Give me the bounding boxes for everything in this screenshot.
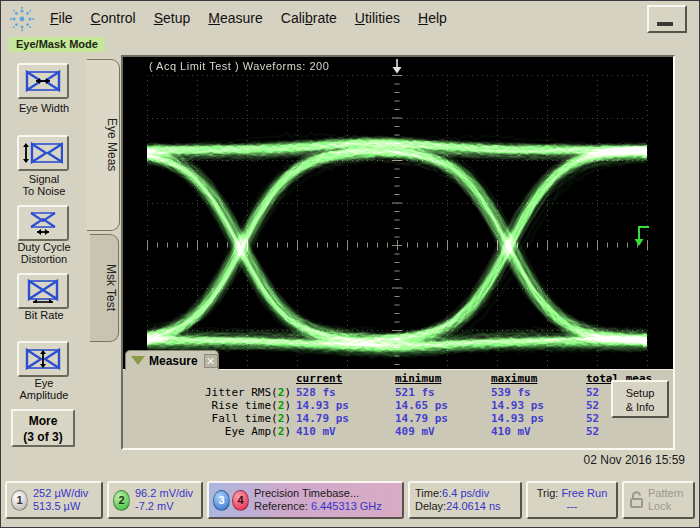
menu-help[interactable]: Help	[409, 6, 456, 30]
measure-panel-tab[interactable]: Measure ✕	[125, 350, 219, 370]
minimize-button[interactable]	[647, 5, 687, 33]
eye-width-button[interactable]	[17, 63, 69, 99]
col-header-current: current	[296, 372, 342, 385]
pattern-lock-label1: Pattern	[648, 487, 683, 500]
precision-timebase-panel[interactable]: 3 4 Precision Timebase... Reference: 6.4…	[207, 481, 404, 519]
channel1-scale: 252 µW/div	[33, 487, 88, 500]
eye-amplitude-button[interactable]	[17, 341, 69, 377]
duty-cycle-distortion-label: Duty CycleDistortion	[1, 241, 87, 265]
oscilloscope-window: File Control Setup Measure Calibrate Uti…	[0, 0, 700, 528]
measure-total: 52	[586, 399, 599, 412]
measure-minimum: 521 fs	[395, 386, 435, 399]
measure-row-falltime: Fall time(2) 14.79 ps 14.79 ps 14.93 ps …	[123, 412, 673, 425]
menu-control[interactable]: Control	[82, 6, 145, 30]
trig-value: Free Run	[561, 487, 607, 499]
pattern-lock-label2: Lock	[648, 500, 683, 513]
measure-row-eyeamp: Eye Amp(2) 410 mV 409 mV 410 mV 52	[123, 425, 673, 438]
col-header-minimum: minimum	[395, 372, 441, 385]
delay-label: Delay:	[415, 500, 446, 512]
measure-maximum: 539 fs	[491, 386, 531, 399]
measure-label: Rise time(2)	[123, 399, 291, 412]
time-value: 6.4 ps/div	[442, 487, 489, 499]
measure-current: 14.79 ps	[296, 412, 349, 425]
measure-tab-label: Measure	[149, 354, 198, 368]
duty-cycle-distortion-button[interactable]	[17, 205, 69, 241]
channel2-panel[interactable]: 2 96.2 mV/div -7.2 mV	[107, 481, 203, 519]
trig-source: ---	[528, 500, 616, 513]
agilent-spark-icon	[9, 6, 35, 32]
measure-panel: current minimum maximum total meas Jitte…	[123, 369, 673, 448]
eye-amplitude-label: EyeAmplitude	[1, 377, 87, 401]
menu-setup[interactable]: Setup	[145, 6, 200, 30]
duty-cycle-distortion-icon	[23, 211, 63, 235]
acquisition-status-text: ( Acq Limit Test ) Waveforms: 200	[149, 60, 329, 72]
eye-width-label: Eye Width	[1, 102, 87, 114]
trigger-panel[interactable]: Trig: Free Run ---	[526, 481, 618, 519]
measure-maximum: 14.93 ps	[491, 399, 544, 412]
measure-label: Jitter RMS(2)	[123, 386, 291, 399]
bit-rate-label: Bit Rate	[1, 309, 87, 321]
close-icon[interactable]: ✕	[204, 354, 218, 368]
signal-to-noise-icon	[23, 141, 63, 165]
mode-label: Eye/Mask Mode	[9, 37, 105, 52]
datetime-text: 02 Nov 2016 15:59	[584, 453, 685, 467]
channel1-offset: 513.5 µW	[33, 500, 88, 513]
reference-value: 6.445313 GHz	[311, 500, 382, 512]
collapse-triangle-icon	[131, 356, 145, 365]
more-button[interactable]: More (3 of 3)	[11, 409, 75, 447]
channel3-badge: 3	[213, 490, 230, 511]
measure-current: 410 mV	[296, 425, 336, 438]
unlock-icon	[629, 491, 644, 509]
measure-total: 52	[586, 386, 599, 399]
signal-to-noise-button[interactable]	[17, 135, 69, 171]
channel1-panel[interactable]: 1 252 µW/div 513.5 µW	[5, 481, 103, 519]
channel1-badge: 1	[11, 490, 28, 511]
menu-bar: File Control Setup Measure Calibrate Uti…	[1, 1, 700, 35]
trig-label: Trig:	[537, 487, 562, 499]
measure-total: 52	[586, 425, 599, 438]
channel2-scale: 96.2 mV/div	[135, 487, 193, 500]
menu-file[interactable]: File	[41, 6, 82, 30]
timebase-scale-panel[interactable]: Time:6.4 ps/div Delay:24.0614 ns	[408, 481, 522, 519]
channel2-badge: 2	[113, 490, 130, 511]
measure-minimum: 409 mV	[395, 425, 435, 438]
measure-maximum: 410 mV	[491, 425, 531, 438]
channel4-badge: 4	[232, 490, 249, 511]
measure-current: 14.93 ps	[296, 399, 349, 412]
measure-maximum: 14.93 ps	[491, 412, 544, 425]
measure-minimum: 14.79 ps	[395, 412, 448, 425]
signal-to-noise-label: SignalTo Noise	[1, 173, 87, 197]
bit-rate-button[interactable]	[17, 273, 69, 309]
bit-rate-icon	[23, 279, 63, 303]
tab-eye-meas[interactable]: Eye Meas	[87, 59, 120, 231]
reference-label: Reference:	[254, 500, 311, 512]
menu-calibrate[interactable]: Calibrate	[272, 6, 346, 30]
measure-total: 52	[586, 412, 599, 425]
scope-display: ( Acq Limit Test ) Waveforms: 200 Measur…	[121, 55, 675, 450]
minimize-icon	[657, 22, 673, 26]
menu-utilities[interactable]: Utilities	[346, 6, 409, 30]
measure-row-jitter: Jitter RMS(2) 528 fs 521 fs 539 fs 52	[123, 386, 673, 399]
measure-minimum: 14.65 ps	[395, 399, 448, 412]
pattern-lock-button[interactable]: Pattern Lock	[622, 481, 695, 519]
timebase-title: Precision Timebase...	[254, 487, 382, 500]
delay-value: 24.0614 ns	[446, 500, 500, 512]
tab-msk-test[interactable]: Msk Test	[90, 234, 119, 342]
measure-current: 528 fs	[296, 386, 336, 399]
time-label: Time:	[415, 487, 442, 499]
eye-width-icon	[23, 69, 63, 93]
setup-info-button[interactable]: Setup & Info	[611, 380, 669, 418]
measure-row-risetime: Rise time(2) 14.93 ps 14.65 ps 14.93 ps …	[123, 399, 673, 412]
col-header-maximum: maximum	[491, 372, 537, 385]
channel2-offset: -7.2 mV	[135, 500, 193, 513]
measure-label: Eye Amp(2)	[123, 425, 291, 438]
measure-label: Fall time(2)	[123, 412, 291, 425]
eye-amplitude-icon	[23, 347, 63, 371]
menu-measure[interactable]: Measure	[199, 6, 271, 30]
